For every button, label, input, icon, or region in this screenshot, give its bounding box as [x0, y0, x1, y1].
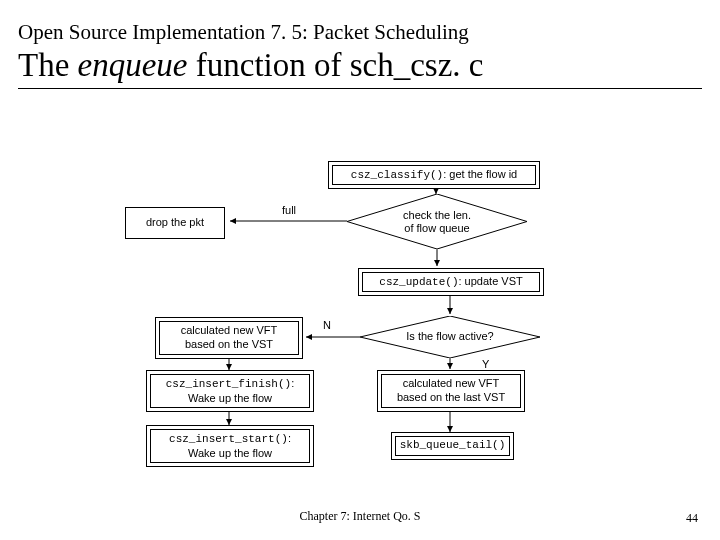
box-update: csz_update(): update VST	[362, 272, 540, 292]
vft-vst-l1: calculated new VFT	[181, 324, 278, 338]
update-desc: : update VST	[459, 275, 523, 287]
diamond-active: Is the flow active?	[360, 316, 361, 317]
label-y: Y	[482, 358, 489, 370]
slide-footer: Chapter 7: Internet Qo. S	[0, 509, 720, 524]
vft-last-l2: based on the last VST	[397, 391, 505, 405]
drop-text: drop the pkt	[146, 216, 204, 230]
vft-last-l1: calculated new VFT	[403, 377, 500, 391]
start-code: csz_insert_start()	[169, 433, 288, 445]
classify-code: csz_classify()	[351, 169, 443, 181]
active-text: Is the flow active?	[406, 330, 493, 343]
box-skb: skb_queue_tail()	[395, 436, 510, 456]
diamond-check-len: check the len. of flow queue	[347, 194, 348, 195]
skb-text: skb_queue_tail()	[400, 439, 506, 453]
box-drop: drop the pkt	[125, 207, 225, 239]
box-insert-start: csz_insert_start(): Wake up the flow	[150, 429, 310, 463]
vft-vst-l2: based on the VST	[185, 338, 273, 352]
check-len-text: check the len. of flow queue	[403, 209, 471, 235]
update-text: csz_update(): update VST	[379, 275, 522, 290]
update-code: csz_update()	[379, 276, 458, 288]
start-l2: Wake up the flow	[188, 447, 272, 461]
page-number: 44	[686, 511, 698, 526]
label-n: N	[323, 319, 331, 331]
classify-text: csz_classify(): get the flow id	[351, 168, 517, 183]
box-vft-vst: calculated new VFT based on the VST	[159, 321, 299, 355]
label-full: full	[282, 204, 296, 216]
finish-code: csz_insert_finish()	[166, 378, 291, 390]
box-insert-finish: csz_insert_finish(): Wake up the flow	[150, 374, 310, 408]
classify-desc: : get the flow id	[443, 168, 517, 180]
box-classify: csz_classify(): get the flow id	[332, 165, 536, 185]
box-vft-lastvst: calculated new VFT based on the last VST	[381, 374, 521, 408]
flow-lines	[0, 0, 720, 540]
flowchart-canvas: csz_classify(): get the flow id drop the…	[0, 0, 720, 540]
finish-l2: Wake up the flow	[188, 392, 272, 406]
